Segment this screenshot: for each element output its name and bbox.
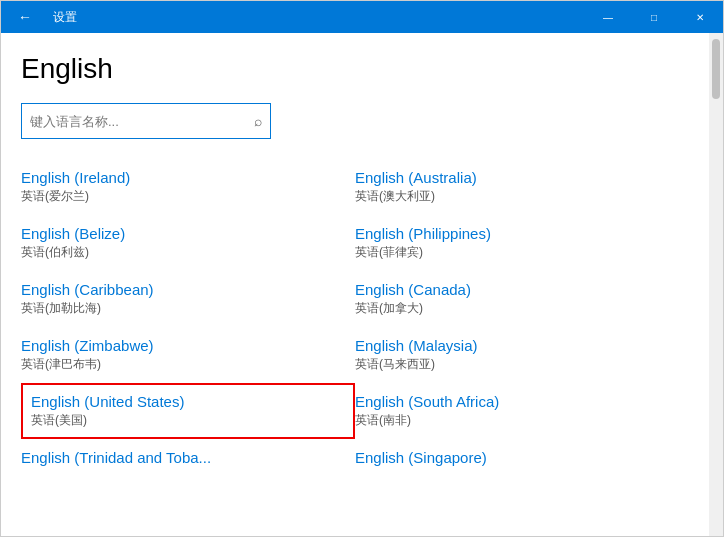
lang-name-caribbean: English (Caribbean) xyxy=(21,281,345,298)
maximize-icon: □ xyxy=(651,12,657,23)
lang-name-singapore: English (Singapore) xyxy=(355,449,679,466)
search-box[interactable]: ⌕ xyxy=(21,103,271,139)
language-item-unitedstates[interactable]: English (United States)英语(美国) xyxy=(21,383,355,439)
language-item-belize[interactable]: English (Belize)英语(伯利兹) xyxy=(21,215,355,271)
lang-name-trinidad: English (Trinidad and Toba... xyxy=(21,449,345,466)
lang-name-australia: English (Australia) xyxy=(355,169,679,186)
main-panel: English ⌕ English (Ireland)英语(爱尔兰)Englis… xyxy=(1,33,709,536)
lang-native-southafrica: 英语(南非) xyxy=(355,412,679,429)
lang-native-philippines: 英语(菲律宾) xyxy=(355,244,679,261)
lang-native-caribbean: 英语(加勒比海) xyxy=(21,300,345,317)
lang-native-malaysia: 英语(马来西亚) xyxy=(355,356,679,373)
lang-native-belize: 英语(伯利兹) xyxy=(21,244,345,261)
back-button[interactable]: ← xyxy=(1,1,49,33)
maximize-button[interactable]: □ xyxy=(631,1,677,33)
titlebar: ← 设置 — □ ✕ xyxy=(1,1,723,33)
lang-native-ireland: 英语(爱尔兰) xyxy=(21,188,345,205)
language-item-australia[interactable]: English (Australia)英语(澳大利亚) xyxy=(355,159,689,215)
page-title: English xyxy=(21,53,689,85)
language-item-southafrica[interactable]: English (South Africa)英语(南非) xyxy=(355,383,689,439)
language-item-ireland[interactable]: English (Ireland)英语(爱尔兰) xyxy=(21,159,355,215)
minimize-button[interactable]: — xyxy=(585,1,631,33)
titlebar-title: 设置 xyxy=(49,9,585,26)
language-item-malaysia[interactable]: English (Malaysia)英语(马来西亚) xyxy=(355,327,689,383)
lang-name-southafrica: English (South Africa) xyxy=(355,393,679,410)
lang-native-canada: 英语(加拿大) xyxy=(355,300,679,317)
close-icon: ✕ xyxy=(696,12,704,23)
back-icon: ← xyxy=(18,9,32,25)
lang-name-ireland: English (Ireland) xyxy=(21,169,345,186)
language-item-zimbabwe[interactable]: English (Zimbabwe)英语(津巴布韦) xyxy=(21,327,355,383)
language-item-trinidad[interactable]: English (Trinidad and Toba... xyxy=(21,439,355,478)
close-button[interactable]: ✕ xyxy=(677,1,723,33)
lang-name-philippines: English (Philippines) xyxy=(355,225,679,242)
lang-name-malaysia: English (Malaysia) xyxy=(355,337,679,354)
language-item-caribbean[interactable]: English (Caribbean)英语(加勒比海) xyxy=(21,271,355,327)
lang-native-zimbabwe: 英语(津巴布韦) xyxy=(21,356,345,373)
content-area: English ⌕ English (Ireland)英语(爱尔兰)Englis… xyxy=(1,33,723,536)
language-item-canada[interactable]: English (Canada)英语(加拿大) xyxy=(355,271,689,327)
scrollbar[interactable] xyxy=(709,33,723,536)
lang-name-canada: English (Canada) xyxy=(355,281,679,298)
lang-name-unitedstates: English (United States) xyxy=(31,393,345,410)
lang-name-belize: English (Belize) xyxy=(21,225,345,242)
search-input[interactable] xyxy=(30,114,254,129)
minimize-icon: — xyxy=(603,12,613,23)
scrollbar-thumb[interactable] xyxy=(712,39,720,99)
lang-native-unitedstates: 英语(美国) xyxy=(31,412,345,429)
window-controls: — □ ✕ xyxy=(585,1,723,33)
language-item-philippines[interactable]: English (Philippines)英语(菲律宾) xyxy=(355,215,689,271)
search-icon: ⌕ xyxy=(254,113,262,129)
language-item-singapore[interactable]: English (Singapore) xyxy=(355,439,689,478)
language-list: English (Ireland)英语(爱尔兰)English (Austral… xyxy=(21,159,689,478)
app-window: ← 设置 — □ ✕ English ⌕ English (Ireland)英语… xyxy=(0,0,724,537)
lang-native-australia: 英语(澳大利亚) xyxy=(355,188,679,205)
lang-name-zimbabwe: English (Zimbabwe) xyxy=(21,337,345,354)
